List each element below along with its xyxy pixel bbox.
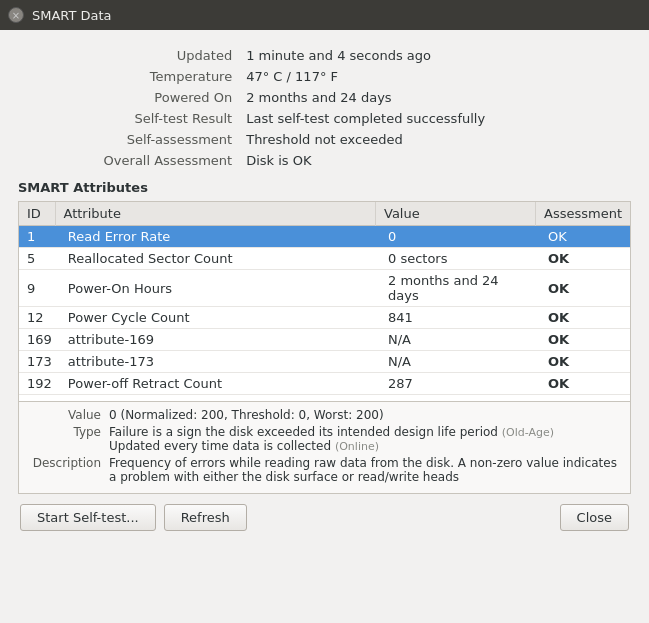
selfassess-row: Self-assessment Threshold not exceeded (20, 130, 629, 149)
cell-assessment: OK (540, 373, 630, 395)
cell-assessment: OK (540, 395, 630, 402)
powered-on-value: 2 months and 24 days (242, 88, 629, 107)
selftest-value: Last self-test completed successfully (242, 109, 629, 128)
table-row[interactable]: 12Power Cycle Count841OK (19, 307, 630, 329)
temperature-value: 47° C / 117° F (242, 67, 629, 86)
cell-value: 2 months and 24 days (380, 270, 540, 307)
attributes-table: ID Attribute Value Assessment (19, 202, 630, 226)
cell-assessment: OK (540, 329, 630, 351)
cell-id: 9 (19, 270, 60, 307)
selfassess-label: Self-assessment (20, 130, 240, 149)
cell-value: N/A (380, 351, 540, 373)
close-button[interactable]: Close (560, 504, 629, 531)
cell-value: N/A (380, 329, 540, 351)
info-table: Updated 1 minute and 4 seconds ago Tempe… (18, 44, 631, 172)
cell-value: 0 (380, 226, 540, 248)
table-row[interactable]: 194Temperature47° C / 117° FOK (19, 395, 630, 402)
button-row: Start Self-test... Refresh Close (18, 504, 631, 531)
cell-attribute: Power-off Retract Count (60, 373, 380, 395)
powered-on-row: Powered On 2 months and 24 days (20, 88, 629, 107)
table-row[interactable]: 5Reallocated Sector Count0 sectorsOK (19, 248, 630, 270)
table-row[interactable]: 173attribute-173N/AOK (19, 351, 630, 373)
selftest-label: Self-test Result (20, 109, 240, 128)
attributes-container: ID Attribute Value Assessment 1Read Erro… (18, 201, 631, 402)
cell-assessment: OK (540, 307, 630, 329)
selftest-row: Self-test Result Last self-test complete… (20, 109, 629, 128)
close-icon: × (12, 10, 20, 21)
col-value: Value (376, 202, 536, 226)
cell-id: 1 (19, 226, 60, 248)
updated-label: Updated (20, 46, 240, 65)
table-scroll-area[interactable]: 1Read Error Rate0OK5Reallocated Sector C… (19, 226, 630, 401)
cell-assessment: OK (540, 248, 630, 270)
cell-value: 287 (380, 373, 540, 395)
attributes-data-table: 1Read Error Rate0OK5Reallocated Sector C… (19, 226, 630, 401)
updated-value: 1 minute and 4 seconds ago (242, 46, 629, 65)
cell-attribute: attribute-169 (60, 329, 380, 351)
detail-type-row: Type Failure is a sign the disk exceeded… (29, 425, 620, 453)
cell-attribute: attribute-173 (60, 351, 380, 373)
cell-attribute: Temperature (60, 395, 380, 402)
cell-id: 194 (19, 395, 60, 402)
updated-row: Updated 1 minute and 4 seconds ago (20, 46, 629, 65)
cell-id: 173 (19, 351, 60, 373)
cell-id: 12 (19, 307, 60, 329)
detail-type-badge: (Old-Age) (502, 426, 554, 439)
selfassess-value: Threshold not exceeded (242, 130, 629, 149)
detail-value-row: Value 0 (Normalized: 200, Threshold: 0, … (29, 408, 620, 422)
refresh-button[interactable]: Refresh (164, 504, 247, 531)
detail-type-main: Failure is a sign the disk exceeded its … (109, 425, 498, 439)
detail-type-value: Failure is a sign the disk exceeded its … (109, 425, 620, 453)
cell-value: 0 sectors (380, 248, 540, 270)
close-window-button[interactable]: × (8, 7, 24, 23)
start-selftest-button[interactable]: Start Self-test... (20, 504, 156, 531)
col-assessment: Assessment (536, 202, 630, 226)
window-title: SMART Data (32, 8, 112, 23)
detail-description-label: Description (29, 456, 109, 484)
detail-value-label: Value (29, 408, 109, 422)
detail-description-row: Description Frequency of errors while re… (29, 456, 620, 484)
cell-assessment: OK (540, 351, 630, 373)
detail-type-sub-badge: (Online) (335, 440, 379, 453)
temperature-label: Temperature (20, 67, 240, 86)
cell-attribute: Read Error Rate (60, 226, 380, 248)
attributes-section-title: SMART Attributes (18, 180, 631, 195)
overall-value: Disk is OK (242, 151, 629, 170)
detail-description-text: Frequency of errors while reading raw da… (109, 456, 620, 484)
cell-attribute: Power Cycle Count (60, 307, 380, 329)
detail-value-text: 0 (Normalized: 200, Threshold: 0, Worst:… (109, 408, 620, 422)
cell-attribute: Reallocated Sector Count (60, 248, 380, 270)
detail-type-sub: Updated every time data is collected (109, 439, 331, 453)
main-content: Updated 1 minute and 4 seconds ago Tempe… (0, 30, 649, 541)
cell-id: 192 (19, 373, 60, 395)
button-group-left: Start Self-test... Refresh (20, 504, 247, 531)
title-bar: × SMART Data (0, 0, 649, 30)
cell-value: 841 (380, 307, 540, 329)
cell-id: 169 (19, 329, 60, 351)
table-row[interactable]: 9Power-On Hours2 months and 24 daysOK (19, 270, 630, 307)
col-id: ID (19, 202, 55, 226)
cell-value: 47° C / 117° F (380, 395, 540, 402)
table-row[interactable]: 169attribute-169N/AOK (19, 329, 630, 351)
cell-id: 5 (19, 248, 60, 270)
temperature-row: Temperature 47° C / 117° F (20, 67, 629, 86)
cell-attribute: Power-On Hours (60, 270, 380, 307)
overall-row: Overall Assessment Disk is OK (20, 151, 629, 170)
detail-section: Value 0 (Normalized: 200, Threshold: 0, … (18, 402, 631, 494)
col-attribute: Attribute (55, 202, 376, 226)
cell-assessment: OK (540, 226, 630, 248)
overall-label: Overall Assessment (20, 151, 240, 170)
detail-type-label: Type (29, 425, 109, 453)
table-row[interactable]: 192Power-off Retract Count287OK (19, 373, 630, 395)
cell-assessment: OK (540, 270, 630, 307)
table-header: ID Attribute Value Assessment (19, 202, 630, 226)
table-body: 1Read Error Rate0OK5Reallocated Sector C… (19, 226, 630, 401)
powered-on-label: Powered On (20, 88, 240, 107)
table-row[interactable]: 1Read Error Rate0OK (19, 226, 630, 248)
